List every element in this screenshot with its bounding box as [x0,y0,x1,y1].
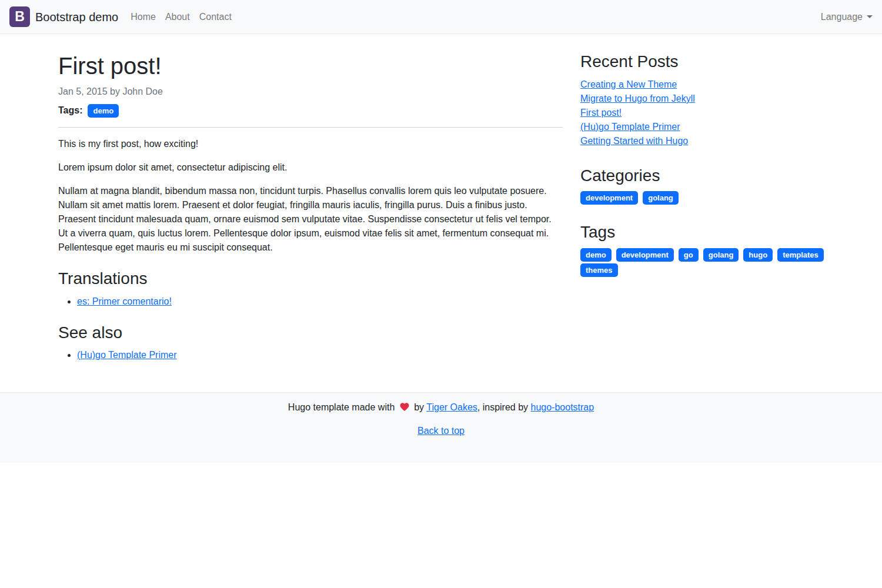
brand-text: Bootstrap demo [35,8,118,26]
paragraph: This is my first post, how exciting! [58,137,563,151]
recent-post-link[interactable]: Creating a New Theme [580,79,677,89]
article-body: This is my first post, how exciting! Lor… [58,137,563,255]
list-item: es: Primer comentario! [77,295,563,309]
navbar-right: Language [821,10,873,24]
list-item: Getting Started with Hugo [580,134,824,148]
language-dropdown-label: Language [821,10,863,24]
back-to-top-link[interactable]: Back to top [417,426,465,436]
paragraph: Nullam at magna blandit, bibendum massa … [58,184,563,255]
tag-badge[interactable]: golang [703,248,739,262]
tag-badge[interactable]: themes [580,263,618,277]
nav-item-home[interactable]: Home [126,5,161,29]
tag-badge[interactable]: development [616,248,674,262]
post-tags-line: Tags: demo [58,103,563,118]
list-item: (Hu)go Template Primer [580,120,824,134]
tag-badge[interactable]: templates [777,248,824,262]
recent-posts-heading: Recent Posts [580,52,824,72]
navbar: B Bootstrap demo Home About Contact Lang… [0,0,882,34]
navbar-brand[interactable]: B Bootstrap demo [9,6,118,27]
footer-credit: Hugo template made with by Tiger Oakes, … [0,400,882,415]
heart-icon [399,402,410,412]
nav-item-about[interactable]: About [161,5,195,29]
page-container: First post! Jan 5, 2015 by John Doe Tags… [49,34,833,372]
tag-badge-demo[interactable]: demo [88,104,119,118]
translations-heading: Translations [58,269,563,289]
sidebar: Recent Posts Creating a New Theme Migrat… [572,52,833,295]
recent-post-link[interactable]: Getting Started with Hugo [580,136,688,146]
divider [58,127,563,128]
list-item: Migrate to Hugo from Jekyll [580,92,824,106]
category-badge[interactable]: development [580,191,638,205]
footer-inspired-text: , inspired by [477,402,528,412]
categories-badge-group: development golang [580,191,824,205]
paragraph: Lorem ipsum dolor sit amet, consectetur … [58,161,563,175]
translation-link[interactable]: es: Primer comentario! [77,296,172,306]
recent-post-link[interactable]: First post! [580,108,622,118]
see-also-link[interactable]: (Hu)go Template Primer [77,350,177,360]
see-also-list: (Hu)go Template Primer [58,348,563,362]
post-meta: Jan 5, 2015 by John Doe [58,85,563,99]
list-item: First post! [580,106,824,120]
tag-badge[interactable]: go [679,248,699,262]
language-dropdown[interactable]: Language [821,10,873,24]
see-also-heading: See also [58,323,563,343]
translations-list: es: Primer comentario! [58,295,563,309]
list-item: (Hu)go Template Primer [77,348,563,362]
author-link[interactable]: Tiger Oakes [426,402,477,412]
navbar-menu: Home About Contact [126,5,236,29]
tags-badge-group: demo development go golang hugo template… [580,248,824,277]
chevron-down-icon [867,15,873,18]
page-title: First post! [58,52,563,80]
footer-made-with-text: Hugo template made with [288,402,395,412]
recent-post-link[interactable]: (Hu)go Template Primer [580,122,680,132]
category-badge[interactable]: golang [643,191,679,205]
list-item: Creating a New Theme [580,78,824,92]
article: First post! Jan 5, 2015 by John Doe Tags… [49,52,572,372]
inspiration-link[interactable]: hugo-bootstrap [531,402,594,412]
bootstrap-logo-icon: B [9,6,30,27]
tags-heading: Tags [580,222,824,242]
footer-by-text: by [414,402,424,412]
recent-post-link[interactable]: Migrate to Hugo from Jekyll [580,93,695,103]
tag-badge[interactable]: hugo [743,248,773,262]
back-to-top-line: Back to top [0,424,882,438]
nav-item-contact[interactable]: Contact [195,5,236,29]
recent-posts-list: Creating a New Theme Migrate to Hugo fro… [580,78,824,148]
footer: Hugo template made with by Tiger Oakes, … [0,392,882,463]
tags-label: Tags: [58,103,82,118]
categories-heading: Categories [580,166,824,186]
tag-badge[interactable]: demo [580,248,612,262]
